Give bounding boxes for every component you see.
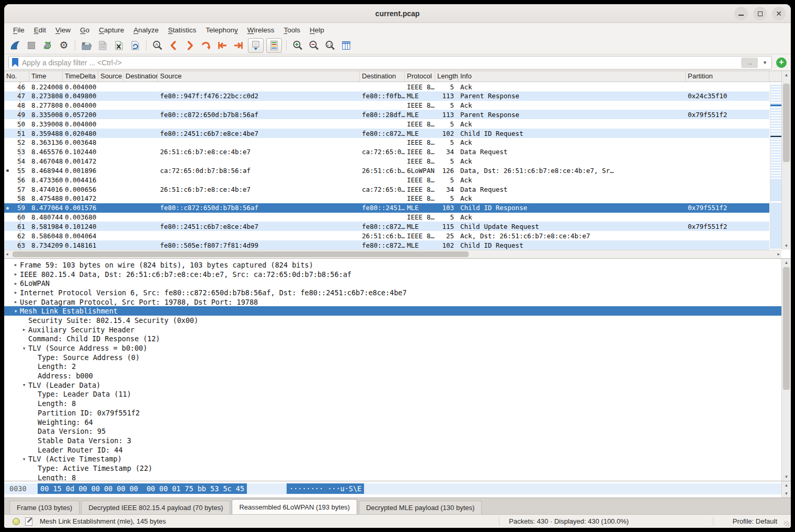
packet-map[interactable] [770,84,781,249]
zoom-original-button[interactable]: 1:1 [322,38,338,53]
column-header-timedelta[interactable]: TimeDelta [63,71,98,82]
detail-line[interactable]: ▸6LoWPAN [4,279,781,288]
display-filter-input[interactable] [22,59,737,67]
zoom-out-button[interactable] [306,38,322,53]
menu-help[interactable]: Help [305,25,329,36]
menu-view[interactable]: View [51,25,75,36]
capture-restart-button[interactable] [40,38,55,53]
detail-line[interactable]: ▸IEEE 802.15.4 Data, Dst: 26:51:c6:b7:e8… [4,270,781,279]
scroll-down-icon[interactable]: ▼ [782,475,791,479]
filter-apply-button[interactable]: → [741,57,758,68]
detail-vthumb[interactable] [783,267,790,390]
packet-list-hthumb[interactable] [13,251,469,257]
column-header-no[interactable]: No. [4,71,29,82]
byte-view-tab-2[interactable]: Reassembled 6LoWPAN (193 bytes) [232,499,357,514]
detail-line[interactable]: Length: 8 [4,473,781,481]
maximize-button[interactable] [753,7,767,20]
close-file-button[interactable] [111,38,127,53]
packet-row-59[interactable]: 598.4770640.001576fe80::c872:650d:b7b8:5… [4,203,769,213]
packet-row-60[interactable]: 608.4807440.003680IEEE 8…5Ack [4,213,769,222]
zoom-in-button[interactable] [290,38,305,53]
expanded-arrow-icon[interactable]: ▾ [20,381,28,388]
detail-line[interactable]: ▾TLV (Active Timestamp) [4,454,781,464]
expanded-arrow-icon[interactable]: ▾ [20,345,28,352]
collapsed-arrow-icon[interactable]: ▸ [12,261,20,268]
expanded-arrow-icon[interactable]: ▾ [12,308,20,315]
title-bar[interactable]: current.pcap ✕ [4,4,791,23]
byte-view-tab-1[interactable]: Decrypted IEEE 802.15.4 payload (70 byte… [81,501,230,514]
bookmark-icon[interactable] [12,58,18,67]
packet-row-63[interactable]: 638.7342090.148161fe80::505e:f807:7f81:4… [4,240,769,250]
column-header-destination[interactable]: Destination [123,71,158,82]
column-header-length[interactable]: Length [435,71,458,82]
packet-row-50[interactable]: 508.3390080.004000IEEE 8…5Ack [4,119,769,129]
hex-bytes-selected[interactable]: 00 15 0d 00 00 00 00 00 00 00 01 75 bb 5… [38,483,247,494]
capture-stop-button[interactable] [24,38,39,53]
capture-comment-icon[interactable] [25,517,32,526]
packet-row-57[interactable]: 578.4740160.00065626:51:c6:b7:e8:ce:4b:e… [4,184,769,194]
menu-go[interactable]: Go [75,25,94,36]
reload-file-button[interactable] [127,38,143,53]
column-header-info[interactable]: Info [458,71,686,82]
capture-start-button[interactable] [7,38,23,53]
scroll-up-icon[interactable]: ▲ [782,260,791,265]
colorize-toggle[interactable] [266,38,282,53]
packet-row-62[interactable]: 628.5860480.00406426:51:c6:b…IEEE 8…25Ac… [4,231,769,240]
scroll-right-icon[interactable]: ▸ [777,251,780,257]
detail-line[interactable]: Weighting: 64 [4,418,781,427]
column-header-time[interactable]: Time [29,71,63,82]
filter-add-button[interactable]: + [776,57,787,68]
goto-packet-button[interactable] [198,38,214,53]
menu-file[interactable]: File [8,25,29,36]
detail-line[interactable]: Length: 2 [4,362,781,372]
collapsed-arrow-icon[interactable]: ▸ [12,271,20,277]
detail-line[interactable]: Leader Router ID: 44 [4,445,781,455]
packet-row-61[interactable]: 618.5819840.101240fe80::2451:c6b7:e8ce:4… [4,222,769,231]
column-header-protocol[interactable]: Protocol [405,71,435,82]
expert-info-icon[interactable] [13,518,20,525]
resize-grip[interactable] [784,521,789,526]
packet-row-56[interactable]: 568.4733600.004416IEEE 8…5Ack [4,175,769,184]
detail-line[interactable]: Partition ID: 0x79f551f2 [4,408,781,418]
detail-line[interactable]: ▾Mesh Link Establishment [4,306,781,316]
column-header-destination[interactable]: Destination [360,71,405,82]
packet-list-vscrollbar[interactable]: ▲ ▼ [781,71,791,250]
menu-capture[interactable]: Capture [94,25,129,36]
packet-row-53[interactable]: 538.4655760.10244026:51:c6:b7:e8:ce:4b:e… [4,147,769,157]
detail-line[interactable]: Type: Active Timestamp (22) [4,464,781,473]
packet-row-51[interactable]: 518.3594880.020480fe80::2451:c6b7:e8ce:4… [4,129,769,138]
hex-row[interactable]: 0030 00 15 0d 00 00 00 00 00 00 00 01 75… [4,483,781,494]
filter-dropdown-caret[interactable]: ▼ [762,60,768,65]
resize-columns-button[interactable] [338,38,354,53]
packet-list-hscrollbar[interactable]: ◂ ▸ [4,250,781,258]
detail-line[interactable]: ▾TLV (Leader Data) [4,380,781,390]
packet-row-46[interactable]: 468.2240080.004000IEEE 8…5Ack [4,82,769,91]
detail-vscrollbar[interactable]: ▲ ▼ [781,259,791,481]
detail-line[interactable]: ▸User Datagram Protocol, Src Port: 19788… [4,297,781,307]
scroll-down-icon[interactable]: ▼ [782,244,791,248]
detail-line[interactable]: Security Suite: 802.15.4 Security (0x00) [4,316,781,325]
collapsed-arrow-icon[interactable]: ▸ [12,280,20,287]
status-profile[interactable]: Profile: Default [733,517,777,525]
detail-line[interactable]: Data Version: 95 [4,426,781,436]
column-header-source[interactable]: Source [98,71,123,82]
next-packet-button[interactable] [182,38,198,53]
menu-edit[interactable]: Edit [29,25,51,36]
find-packet-button[interactable]: A [150,38,165,53]
menu-statistics[interactable]: Statistics [163,25,201,36]
detail-line[interactable]: Address: b000 [4,371,781,380]
scroll-down-icon[interactable]: ▼ [782,491,791,496]
detail-line[interactable]: Length: 8 [4,399,781,408]
detail-line[interactable]: Stable Data Version: 3 [4,436,781,445]
auto-scroll-toggle[interactable] [248,38,264,53]
hex-vscrollbar[interactable]: ▲ ▼ [781,481,791,498]
packet-list-vthumb[interactable] [783,84,790,162]
packet-row-52[interactable]: 528.3631360.003648IEEE 8…5Ack [4,138,769,147]
scroll-left-icon[interactable]: ◂ [6,251,8,257]
packet-row-49[interactable]: 498.3350080.057200fe80::c872:650d:b7b8:5… [4,110,769,119]
close-button[interactable]: ✕ [772,7,786,20]
save-file-button[interactable]: 010101 [95,38,110,53]
packet-row-55[interactable]: 558.4689440.001896ca:72:65:0d:b7:b8:56:a… [4,166,769,175]
detail-line[interactable]: ▸Auxiliary Security Header [4,325,781,334]
hex-ascii-selected[interactable]: ········ ···u·S\E [287,483,364,494]
